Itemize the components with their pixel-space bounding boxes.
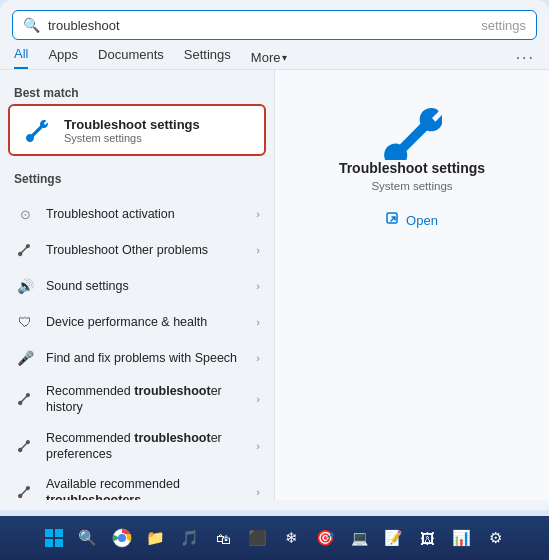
activation-icon: ⊙: [14, 203, 36, 225]
search-placeholder-text: settings: [481, 18, 526, 33]
chevron-icon-7: ›: [256, 440, 260, 452]
chevron-icon-6: ›: [256, 393, 260, 405]
right-panel-title: Troubleshoot settings: [339, 160, 485, 176]
sound-icon: 🔊: [14, 275, 36, 297]
recommended-history-icon: [14, 388, 36, 410]
large-wrench-icon: [382, 100, 442, 160]
best-match-icon: [22, 114, 54, 146]
settings-item-1[interactable]: ⊙ Troubleshoot activation ›: [0, 196, 274, 232]
tabs-bar: All Apps Documents Settings More ▾ ···: [0, 40, 549, 70]
recommended-prefs-icon: [14, 435, 36, 457]
taskbar-settings-icon[interactable]: ⚙: [482, 524, 510, 552]
item-text-6: Recommended troubleshooter history: [46, 383, 246, 416]
item-text-8: Available recommended troubleshooters: [46, 476, 246, 500]
right-panel: Troubleshoot settings System settings Op…: [275, 70, 549, 500]
taskbar-vscode-icon[interactable]: 💻: [346, 524, 374, 552]
item-text-2: Troubleshoot Other problems: [46, 242, 246, 258]
settings-section-label: Settings: [0, 166, 274, 190]
settings-item-8[interactable]: Available recommended troubleshooters ›: [0, 469, 274, 500]
settings-item-3[interactable]: 🔊 Sound settings ›: [0, 268, 274, 304]
chevron-icon-8: ›: [256, 486, 260, 498]
settings-item-5[interactable]: 🎤 Find and fix problems with Speech ›: [0, 340, 274, 376]
device-health-icon: 🛡: [14, 311, 36, 333]
taskbar-chrome-icon[interactable]: [108, 524, 136, 552]
svg-rect-3: [45, 529, 53, 537]
tab-more-options[interactable]: ···: [516, 49, 535, 67]
taskbar-app8-icon[interactable]: 🎯: [312, 524, 340, 552]
other-problems-icon: [14, 239, 36, 261]
chevron-icon-2: ›: [256, 244, 260, 256]
available-troubleshooters-icon: [14, 481, 36, 500]
settings-item-4[interactable]: 🛡 Device performance & health ›: [0, 304, 274, 340]
tab-apps[interactable]: Apps: [48, 47, 78, 68]
speech-icon: 🎤: [14, 347, 36, 369]
item-text-1: Troubleshoot activation: [46, 206, 246, 222]
settings-item-6[interactable]: Recommended troubleshooter history ›: [0, 376, 274, 423]
svg-point-0: [28, 136, 32, 140]
taskbar-spotify-icon[interactable]: 🎵: [176, 524, 204, 552]
tab-documents[interactable]: Documents: [98, 47, 164, 68]
svg-rect-4: [55, 529, 63, 537]
search-bar[interactable]: 🔍 settings: [12, 10, 537, 40]
best-match-label: Best match: [0, 80, 274, 104]
chevron-icon-3: ›: [256, 280, 260, 292]
search-input[interactable]: [48, 18, 473, 33]
best-match-title: Troubleshoot settings: [64, 117, 200, 132]
best-match-text: Troubleshoot settings System settings: [64, 117, 200, 144]
taskbar-terminal-icon[interactable]: ⬛: [244, 524, 272, 552]
taskbar-photos-icon[interactable]: 🖼: [414, 524, 442, 552]
chevron-icon-5: ›: [256, 352, 260, 364]
svg-point-8: [118, 534, 126, 542]
tab-settings[interactable]: Settings: [184, 47, 231, 68]
open-label: Open: [406, 213, 438, 228]
search-panel: 🔍 settings All Apps Documents Settings M…: [0, 0, 549, 510]
tab-all[interactable]: All: [14, 46, 28, 69]
right-panel-subtitle: System settings: [371, 180, 452, 192]
taskbar-app10-icon[interactable]: 📝: [380, 524, 408, 552]
taskbar-store-icon[interactable]: 🛍: [210, 524, 238, 552]
open-icon: [386, 212, 400, 229]
taskbar-files-icon[interactable]: 📁: [142, 524, 170, 552]
settings-item-2[interactable]: Troubleshoot Other problems ›: [0, 232, 274, 268]
svg-rect-5: [45, 539, 53, 547]
taskbar: 🔍 📁 🎵 🛍 ⬛ ❄ 🎯 💻 📝 🖼 📊 ⚙: [0, 516, 549, 560]
item-text-4: Device performance & health: [46, 314, 246, 330]
svg-point-1: [390, 144, 398, 152]
svg-rect-6: [55, 539, 63, 547]
search-icon: 🔍: [23, 17, 40, 33]
content-area: Best match Troubleshoot settings System …: [0, 70, 549, 500]
left-panel: Best match Troubleshoot settings System …: [0, 70, 275, 500]
best-match-subtitle: System settings: [64, 132, 200, 144]
taskbar-search-icon[interactable]: 🔍: [74, 524, 102, 552]
item-text-3: Sound settings: [46, 278, 246, 294]
tab-more[interactable]: More ▾: [251, 50, 288, 65]
item-text-5: Find and fix problems with Speech: [46, 350, 246, 366]
taskbar-game-icon[interactable]: ❄: [278, 524, 306, 552]
windows-start-button[interactable]: [40, 524, 68, 552]
taskbar-app12-icon[interactable]: 📊: [448, 524, 476, 552]
settings-item-7[interactable]: Recommended troubleshooter preferences ›: [0, 423, 274, 470]
chevron-icon-1: ›: [256, 208, 260, 220]
settings-list: ⊙ Troubleshoot activation › Troubleshoot…: [0, 196, 274, 500]
item-text-7: Recommended troubleshooter preferences: [46, 430, 246, 463]
chevron-icon-4: ›: [256, 316, 260, 328]
open-button[interactable]: Open: [386, 212, 438, 229]
best-match-item[interactable]: Troubleshoot settings System settings: [8, 104, 266, 156]
